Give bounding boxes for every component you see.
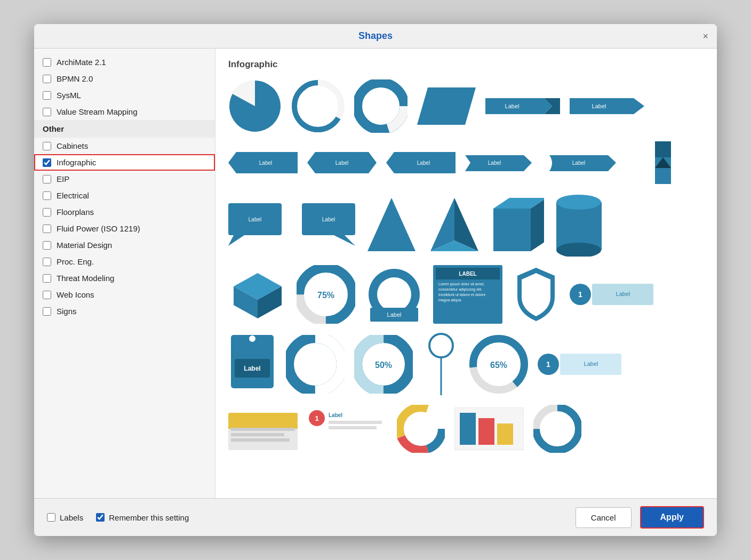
apply-button[interactable]: Apply bbox=[640, 506, 704, 529]
shape-3d-box bbox=[491, 195, 544, 254]
sidebar-item-infographic[interactable]: Infographic bbox=[34, 154, 215, 171]
svg-text:50%: 50% bbox=[375, 361, 392, 370]
dialog-footer: Labels Remember this setting Cancel Appl… bbox=[34, 498, 717, 536]
labels-label: Labels bbox=[60, 513, 83, 522]
checkbox-fluid-power[interactable] bbox=[43, 225, 51, 233]
shape-pie-3quarter bbox=[228, 79, 282, 133]
sidebar-item-cabinets[interactable]: Cabinets bbox=[34, 138, 215, 154]
svg-text:LABEL: LABEL bbox=[459, 271, 476, 277]
svg-point-37 bbox=[556, 195, 601, 210]
checkbox-signs[interactable] bbox=[43, 307, 51, 316]
sidebar-label-vsm: Value Stream Mapping bbox=[57, 107, 137, 116]
sidebar: ArchiMate 2.1 BPMN 2.0 SysML Value Strea… bbox=[34, 49, 215, 498]
checkbox-sysml[interactable] bbox=[43, 91, 51, 100]
shape-ring-outline bbox=[291, 79, 345, 133]
sidebar-label-floorplans: Floorplans bbox=[57, 207, 94, 217]
shape-speech-left: Label bbox=[228, 203, 287, 246]
sidebar-item-proc-eng[interactable]: Proc. Eng. bbox=[34, 253, 215, 270]
svg-text:magna aliqua.: magna aliqua. bbox=[438, 298, 462, 302]
cancel-button[interactable]: Cancel bbox=[576, 507, 632, 528]
svg-marker-9 bbox=[634, 98, 644, 114]
shape-ring-label: Label bbox=[365, 265, 424, 324]
shape-ribbon-double: Label bbox=[307, 152, 377, 173]
svg-rect-95 bbox=[460, 413, 476, 445]
sidebar-item-vsm[interactable]: Value Stream Mapping bbox=[34, 103, 215, 120]
shape-ribbon-left-1: Label bbox=[228, 152, 298, 173]
svg-text:Lorem ipsum dolor sit amet,: Lorem ipsum dolor sit amet, bbox=[438, 282, 484, 286]
checkbox-cabinets[interactable] bbox=[43, 142, 51, 150]
svg-rect-83 bbox=[231, 428, 295, 431]
sidebar-label-archimate: ArchiMate 2.1 bbox=[57, 58, 106, 67]
svg-point-71 bbox=[429, 334, 453, 357]
svg-text:consectetur adipiscing elit.: consectetur adipiscing elit. bbox=[438, 287, 482, 292]
dialog-header: Shapes × bbox=[34, 24, 717, 49]
svg-text:50%: 50% bbox=[307, 361, 324, 370]
svg-text:1: 1 bbox=[578, 290, 582, 299]
shape-numbered-list: 1 Label bbox=[307, 407, 387, 450]
svg-text:Label: Label bbox=[322, 217, 335, 222]
section-header-other: Other bbox=[34, 120, 215, 138]
checkbox-infographic[interactable] bbox=[43, 158, 51, 167]
section-title: Infographic bbox=[228, 59, 704, 70]
shape-parallelogram bbox=[417, 87, 476, 125]
close-button[interactable]: × bbox=[702, 31, 708, 41]
sidebar-item-fluid-power[interactable]: Fluid Power (ISO 1219) bbox=[34, 220, 215, 237]
checkbox-proc-eng[interactable] bbox=[43, 258, 51, 266]
sidebar-label-material-design: Material Design bbox=[57, 241, 112, 250]
svg-text:Incididunt ut labore et dolore: Incididunt ut labore et dolore bbox=[438, 293, 485, 297]
sidebar-item-signs[interactable]: Signs bbox=[34, 303, 215, 319]
sidebar-label-web-icons: Web Icons bbox=[57, 290, 94, 299]
shape-shield-badge bbox=[512, 265, 560, 324]
svg-rect-85 bbox=[231, 438, 290, 442]
shape-colorful-donut bbox=[397, 405, 445, 453]
shapes-row-6: 1 Label bbox=[228, 405, 704, 453]
shape-triangle-3d bbox=[428, 195, 481, 254]
checkbox-eip[interactable] bbox=[43, 175, 51, 183]
sidebar-item-eip[interactable]: EIP bbox=[34, 171, 215, 187]
svg-rect-81 bbox=[228, 413, 298, 423]
sidebar-item-electrical[interactable]: Electrical bbox=[34, 187, 215, 204]
sidebar-item-threat-modeling[interactable]: Threat Modeling bbox=[34, 270, 215, 286]
checkbox-web-icons[interactable] bbox=[43, 291, 51, 299]
shape-ring-partial bbox=[533, 405, 581, 453]
dialog-title: Shapes bbox=[358, 30, 393, 42]
shapes-row-2: Label Label Label bbox=[228, 141, 704, 184]
checkbox-threat-modeling[interactable] bbox=[43, 274, 51, 283]
checkbox-electrical[interactable] bbox=[43, 191, 51, 200]
svg-rect-90 bbox=[329, 426, 377, 429]
shape-donut-75: 75% bbox=[297, 265, 355, 324]
svg-text:Label: Label bbox=[259, 160, 272, 166]
sidebar-item-sysml[interactable]: SysML bbox=[34, 87, 215, 103]
shape-stacked-card bbox=[228, 407, 298, 450]
svg-text:Label: Label bbox=[572, 160, 585, 166]
svg-text:Label: Label bbox=[387, 311, 402, 318]
sidebar-item-web-icons[interactable]: Web Icons bbox=[34, 286, 215, 303]
checkbox-material-design[interactable] bbox=[43, 241, 51, 250]
sidebar-item-archimate[interactable]: ArchiMate 2.1 bbox=[34, 54, 215, 70]
shape-ribbon-fold: Label bbox=[465, 151, 540, 175]
checkbox-floorplans[interactable] bbox=[43, 208, 51, 217]
svg-marker-29 bbox=[367, 198, 416, 251]
shape-partial-ring-65: 65% bbox=[469, 335, 528, 394]
shape-arrow-banner-1: Label bbox=[485, 95, 560, 117]
svg-rect-21 bbox=[655, 141, 671, 157]
sidebar-item-bpmn[interactable]: BPMN 2.0 bbox=[34, 70, 215, 87]
remember-checkbox[interactable] bbox=[96, 513, 105, 522]
sidebar-label-sysml: SysML bbox=[57, 91, 81, 100]
sidebar-item-floorplans[interactable]: Floorplans bbox=[34, 204, 215, 220]
sidebar-item-material-design[interactable]: Material Design bbox=[34, 237, 215, 253]
labels-checkbox[interactable] bbox=[47, 513, 55, 522]
checkbox-vsm[interactable] bbox=[43, 108, 51, 116]
svg-text:Label: Label bbox=[417, 160, 430, 166]
sidebar-label-electrical: Electrical bbox=[57, 191, 89, 200]
svg-text:Label: Label bbox=[244, 365, 260, 372]
svg-text:Label: Label bbox=[488, 160, 501, 166]
checkbox-bpmn[interactable] bbox=[43, 75, 51, 83]
sidebar-label-threat-modeling: Threat Modeling bbox=[57, 274, 114, 283]
svg-marker-24 bbox=[228, 235, 244, 246]
shapes-row-4: 75% Label bbox=[228, 265, 704, 324]
svg-rect-84 bbox=[231, 433, 284, 436]
checkbox-archimate[interactable] bbox=[43, 58, 51, 67]
svg-rect-97 bbox=[497, 423, 513, 445]
svg-point-61 bbox=[249, 335, 255, 342]
